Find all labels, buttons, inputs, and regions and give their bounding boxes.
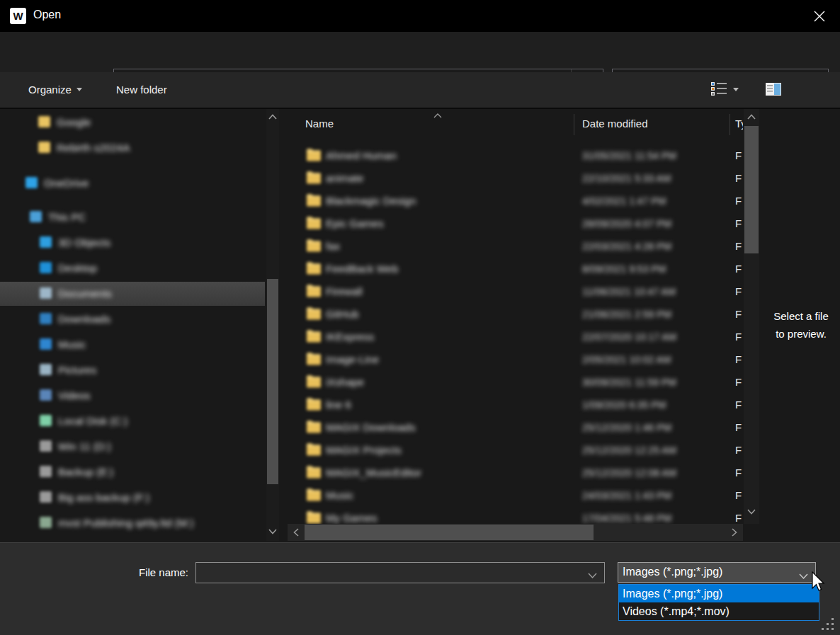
- sidebar-item-pictures[interactable]: Pictures: [0, 358, 265, 382]
- file-row[interactable]: My Games 17/04/2021 5:48 PM F: [288, 507, 743, 524]
- column-header-date-modified[interactable]: Date modified: [582, 118, 648, 130]
- file-row[interactable]: Epic Games 28/09/2020 4:07 PM F: [288, 212, 743, 235]
- change-view-button[interactable]: [710, 81, 739, 98]
- folder-icon: [306, 488, 322, 502]
- preview-pane-button[interactable]: [765, 82, 782, 96]
- file-name: Blackmagic Design: [326, 195, 416, 207]
- file-row[interactable]: iXshape 30/09/2021 11:59 PM F: [288, 371, 743, 394]
- organize-button[interactable]: Organize: [28, 84, 82, 96]
- scroll-down-icon[interactable]: [744, 505, 759, 518]
- scroll-up-icon[interactable]: [266, 110, 279, 123]
- file-type: F: [735, 331, 742, 343]
- folder-icon: [306, 216, 322, 230]
- column-header-type[interactable]: Type: [735, 118, 743, 130]
- list-header: Name Date modified Type: [288, 111, 743, 135]
- file-name: My Games: [326, 512, 378, 524]
- mouse-cursor: [811, 571, 827, 595]
- file-date-modified: 1/09/2020 6:35 PM: [582, 399, 666, 411]
- file-name: animate: [326, 172, 363, 184]
- file-type: F: [735, 240, 742, 252]
- file-date-modified: 31/05/2021 11:54 PM: [582, 150, 676, 161]
- file-row[interactable]: MAGIX Downloads 25/12/2020 1:46 PM F: [288, 416, 743, 439]
- file-row[interactable]: line 6 1/09/2020 6:35 PM F: [288, 394, 743, 416]
- file-type-select[interactable]: Images (*.png;*.jpg): [618, 562, 816, 583]
- sidebar-item-this-pc[interactable]: This PC: [0, 205, 265, 229]
- close-icon: [814, 11, 825, 22]
- sidebar-item-3d-objects[interactable]: 3D Objects: [0, 231, 265, 255]
- file-name: FeedBack Web: [326, 263, 398, 275]
- sidebar-item-big-ass-backup-f-[interactable]: Big ass backup (F:): [0, 486, 265, 510]
- sidebar-item-google[interactable]: Google: [0, 110, 265, 135]
- sidebar-item-videos[interactable]: Videos: [0, 384, 265, 408]
- column-divider[interactable]: [574, 114, 574, 135]
- file-date-modified: 24/03/2021 1:43 PM: [582, 490, 671, 501]
- new-folder-button[interactable]: New folder: [116, 84, 167, 96]
- scroll-right-icon[interactable]: [726, 524, 743, 541]
- file-date-modified: 25/12/2020 1:46 PM: [582, 422, 671, 433]
- title-bar: W Open: [0, 0, 840, 32]
- folder-icon: [306, 261, 322, 275]
- file-row[interactable]: Ahmed Human 31/05/2021 11:54 PM F: [288, 144, 743, 167]
- file-type-option[interactable]: Videos (*.mp4;*.mov): [619, 602, 819, 620]
- file-row[interactable]: MAGIX Projects 25/12/2020 12:25 AM F: [288, 439, 743, 462]
- pinned-folder-icon: [38, 142, 50, 153]
- sidebar-item-mvst-publishing-q49y-ltd-m-[interactable]: mvst Publishing q49y.ltd (M:): [0, 511, 265, 535]
- file-date-modified: 4/02/2021 1:47 PM: [582, 195, 666, 207]
- desktop-icon: [40, 262, 52, 273]
- sidebar-item-win-11-d-[interactable]: Win 11 (D:): [0, 435, 265, 459]
- file-row[interactable]: Blackmagic Design 4/02/2021 1:47 PM F: [288, 190, 743, 212]
- file-row[interactable]: Music 24/03/2021 1:43 PM F: [288, 484, 743, 507]
- file-name: Music: [326, 489, 353, 501]
- sidebar-item-local-disk-c-[interactable]: Local Disk (C:): [0, 409, 265, 433]
- file-name: MAGIX Downloads: [326, 421, 416, 433]
- file-row[interactable]: Image-Line 2/05/2021 10:02 AM F: [288, 348, 743, 371]
- file-type-option[interactable]: Images (*.png;*.jpg): [619, 585, 819, 602]
- folder-icon: [306, 239, 322, 253]
- file-type: F: [735, 308, 742, 320]
- file-name-combo[interactable]: [195, 562, 605, 583]
- chevron-down-icon: [799, 570, 808, 583]
- sidebar-item-label: Documents: [58, 287, 112, 299]
- file-type: F: [735, 376, 742, 388]
- preview-pane-icon: [765, 82, 782, 96]
- file-type-dropdown: Images (*.png;*.jpg)Videos (*.mp4;*.mov): [618, 584, 819, 621]
- list-horizontal-scrollbar[interactable]: [288, 524, 743, 541]
- column-divider[interactable]: [730, 114, 730, 135]
- sidebar-item-label: Downloads: [58, 313, 110, 325]
- sidebar-item-documents[interactable]: Documents: [0, 282, 265, 306]
- resize-grip[interactable]: [822, 618, 836, 632]
- sidebar-item-onedrive[interactable]: OneDrive: [0, 171, 265, 195]
- sidebar-item-label: Desktop: [58, 262, 97, 274]
- file-type: F: [735, 285, 742, 297]
- chevron-down-icon[interactable]: [588, 569, 597, 582]
- file-type: F: [735, 489, 742, 501]
- sidebar-item-rebirth-s2024a[interactable]: Rebirth s2024A: [0, 136, 265, 160]
- column-header-name[interactable]: Name: [305, 118, 334, 130]
- sidebar-item-label: Music: [58, 338, 86, 350]
- horizontal-scroll-thumb[interactable]: [305, 525, 594, 540]
- file-row[interactable]: FeedBack Web 8/09/2021 9:53 PM F: [288, 258, 743, 280]
- scroll-down-icon[interactable]: [266, 525, 279, 538]
- sidebar-item-music[interactable]: Music: [0, 333, 265, 357]
- sidebar-scroll-thumb[interactable]: [267, 279, 278, 484]
- sidebar-item-backup-e-[interactable]: Backup (E:): [0, 460, 265, 484]
- chevron-down-icon: [733, 88, 739, 91]
- list-vertical-scrollbar[interactable]: [744, 109, 759, 524]
- file-row[interactable]: fax 22/03/2021 4:28 PM F: [288, 235, 743, 258]
- scroll-left-icon[interactable]: [288, 524, 305, 541]
- downloads-icon: [40, 313, 52, 324]
- file-name-input[interactable]: [200, 565, 583, 580]
- file-row[interactable]: GitHub 21/06/2021 2:59 PM F: [288, 303, 743, 326]
- file-row[interactable]: MAGIX_MusicEditor 25/12/2020 12:08 AM F: [288, 462, 743, 484]
- sidebar-scrollbar[interactable]: [266, 109, 279, 541]
- file-row[interactable]: animate 22/10/2021 5:33 AM F: [288, 167, 743, 190]
- file-row[interactable]: Firewall 11/06/2021 10:47 AM F: [288, 280, 743, 303]
- sidebar-item-downloads[interactable]: Downloads: [0, 307, 265, 331]
- sidebar-item-desktop[interactable]: Desktop: [0, 256, 265, 280]
- list-scroll-thumb[interactable]: [744, 126, 759, 253]
- scroll-up-icon[interactable]: [744, 110, 759, 123]
- file-name: Epic Games: [326, 217, 384, 229]
- new-folder-label: New folder: [116, 84, 167, 96]
- file-row[interactable]: IKExpress 22/07/2020 10:17 AM F: [288, 326, 743, 348]
- close-button[interactable]: [807, 6, 832, 27]
